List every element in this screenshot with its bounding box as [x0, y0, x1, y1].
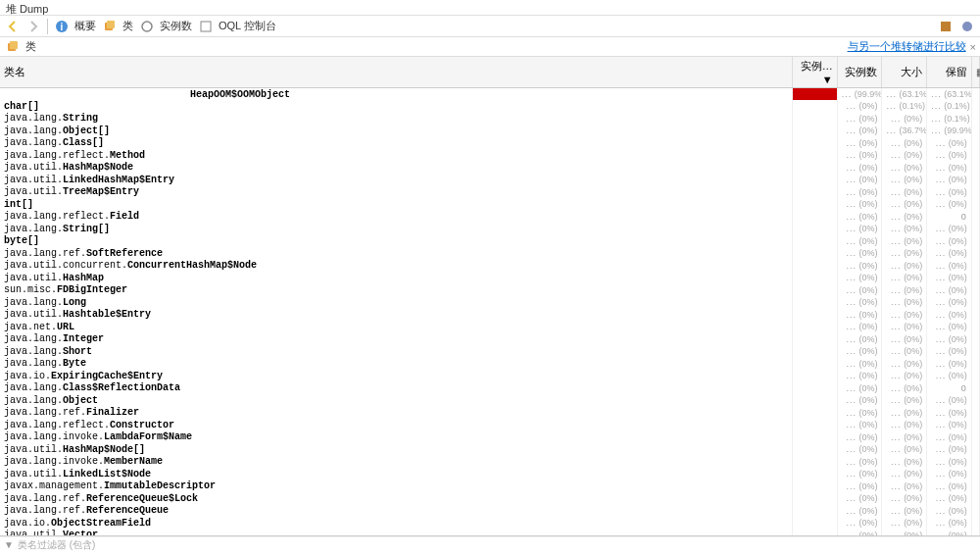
table-row[interactable]: java.io.ExpiringCache$Entry... (0%)... (…	[0, 370, 980, 382]
col-menu[interactable]: ▦	[971, 57, 979, 88]
retained-cell: ... (0%)	[927, 505, 972, 518]
table-row[interactable]: sun.misc.FDBigInteger... (0%)... (0%)...…	[0, 284, 980, 297]
table-row[interactable]: java.lang.Integer... (0%)... (0%)... (0%…	[0, 333, 980, 346]
table-row[interactable]: java.lang.Short... (0%)... (0%)... (0%)	[0, 345, 980, 358]
size-cell: ... (0%)	[882, 345, 927, 358]
instpct-cell	[793, 223, 838, 235]
table-row[interactable]: java.lang.ref.ReferenceQueue... (0%)... …	[0, 505, 980, 518]
table-row[interactable]: java.lang.Class$ReflectionData... (0%)..…	[0, 382, 980, 395]
instances-cell: ... (0%)	[837, 321, 882, 333]
class-name-cell: java.util.LinkedList$Node	[0, 468, 793, 480]
instpct-cell	[793, 468, 838, 480]
table-row[interactable]: java.lang.String[]... (0%)... (0%)... (0…	[0, 223, 980, 235]
retained-cell: ... (0%)	[927, 492, 972, 505]
instpct-cell	[793, 345, 838, 358]
table-row[interactable]: java.lang.reflect.Constructor... (0%)...…	[0, 419, 980, 431]
oql-icon	[197, 18, 215, 35]
retained-cell: ... (0%)	[927, 358, 972, 371]
svg-rect-3	[107, 21, 115, 28]
tool-btn-1[interactable]	[937, 18, 955, 35]
table-row[interactable]: java.lang.ref.SoftReference... (0%)... (…	[0, 247, 980, 260]
table-row[interactable]: java.util.Hashtable$Entry... (0%)... (0%…	[0, 309, 980, 322]
compare-link[interactable]: 与另一个堆转储进行比较	[848, 39, 966, 54]
table-row[interactable]: java.util.HashMap$Node... (0%)... (0%)..…	[0, 162, 980, 175]
main-toolbar: i概要 类 实例数 OQL 控制台	[0, 16, 980, 37]
retained-cell: ... (0%)	[927, 321, 972, 333]
back-button[interactable]	[4, 18, 22, 35]
forward-button[interactable]	[24, 18, 42, 35]
size-cell: ... (0%)	[882, 419, 927, 431]
oql-tab[interactable]: OQL 控制台	[197, 18, 278, 35]
class-name-cell: java.util.HashMap$Node	[0, 162, 793, 175]
table-row[interactable]: java.util.LinkedList$Node... (0%)... (0%…	[0, 468, 980, 480]
table-row[interactable]: int[]... (0%)... (0%)... (0%)	[0, 198, 980, 211]
size-cell: ... (0%)	[882, 272, 927, 284]
retained-cell: ... (0%)	[927, 198, 972, 211]
table-row[interactable]: byte[]... (0%)... (0%)... (0%)	[0, 235, 980, 248]
col-inst-pct[interactable]: 实例… ▼	[793, 57, 838, 88]
table-row[interactable]: java.lang.Object... (0%)... (0%)... (0%)	[0, 394, 980, 407]
size-cell: ... (63.1%)	[882, 88, 927, 101]
size-cell: ... (0%)	[882, 198, 927, 211]
size-cell: ... (0%)	[882, 186, 927, 199]
table-row[interactable]: java.io.ObjectStreamField... (0%)... (0%…	[0, 517, 980, 530]
instances-cell: ... (0%)	[837, 211, 882, 224]
classes-tab[interactable]: 类	[101, 18, 135, 35]
sub-toolbar: 类 与另一个堆转储进行比较 ×	[0, 37, 980, 57]
class-name-cell: java.lang.Byte	[0, 358, 793, 371]
retained-cell: ... (0%)	[927, 345, 972, 358]
table-row[interactable]: java.util.Vector... (0%)... (0%)... (0%)	[0, 530, 980, 537]
table-row[interactable]: java.lang.reflect.Method... (0%)... (0%)…	[0, 149, 980, 162]
table-row[interactable]: java.lang.Object[]... (0%)... (36.7%)...…	[0, 125, 980, 137]
table-row[interactable]: java.lang.invoke.LambdaForm$Name... (0%)…	[0, 431, 980, 444]
instpct-cell	[793, 382, 838, 395]
retained-cell: ... (0%)	[927, 370, 972, 382]
instpct-cell	[793, 272, 838, 284]
table-row[interactable]: java.lang.Long... (0%)... (0%)... (0%)	[0, 296, 980, 309]
table-row[interactable]: java.net.URL... (0%)... (0%)... (0%)	[0, 321, 980, 333]
filter-placeholder[interactable]: 类名过滤器 (包含)	[18, 538, 95, 552]
retained-cell: ... (0%)	[927, 296, 972, 309]
class-table-container[interactable]: 类名 实例… ▼ 实例数 大小 保留 ▦ HeapOOM$OOMObject..…	[0, 57, 980, 536]
col-classname[interactable]: 类名	[0, 57, 793, 88]
table-row[interactable]: java.lang.Byte... (0%)... (0%)... (0%)	[0, 358, 980, 371]
table-row[interactable]: java.util.HashMap$Node[]... (0%)... (0%)…	[0, 443, 980, 456]
separator	[47, 19, 48, 34]
class-name-cell: java.lang.reflect.Field	[0, 211, 793, 224]
size-cell: ... (0%)	[882, 517, 927, 530]
table-row[interactable]: java.util.concurrent.ConcurrentHashMap$N…	[0, 260, 980, 273]
col-size[interactable]: 大小	[882, 57, 927, 88]
instpct-cell	[793, 137, 838, 150]
table-row[interactable]: java.util.TreeMap$Entry... (0%)... (0%).…	[0, 186, 980, 199]
summary-tab[interactable]: i概要	[53, 18, 98, 35]
size-cell: ... (0%)	[882, 211, 927, 224]
table-row[interactable]: java.lang.ref.ReferenceQueue$Lock... (0%…	[0, 492, 980, 505]
svg-rect-6	[941, 22, 951, 31]
instances-tab[interactable]: 实例数	[138, 18, 194, 35]
table-header[interactable]: 类名 实例… ▼ 实例数 大小 保留 ▦	[0, 57, 980, 88]
table-row[interactable]: java.util.HashMap... (0%)... (0%)... (0%…	[0, 272, 980, 284]
retained-cell: ... (0%)	[927, 530, 972, 537]
instances-cell: ... (0%)	[837, 480, 882, 493]
size-cell: ... (0%)	[882, 456, 927, 469]
table-row[interactable]: java.lang.ref.Finalizer... (0%)... (0%).…	[0, 407, 980, 420]
class-name-cell: java.lang.Class[]	[0, 137, 793, 150]
retained-cell: ... (0%)	[927, 468, 972, 480]
table-row[interactable]: java.lang.reflect.Field... (0%)... (0%)0	[0, 211, 980, 224]
close-icon[interactable]: ×	[970, 41, 976, 53]
table-row[interactable]: java.util.LinkedHashMap$Entry... (0%)...…	[0, 174, 980, 186]
size-cell: ... (0%)	[882, 260, 927, 273]
table-row[interactable]: HeapOOM$OOMObject... (99.9%)... (63.1%).…	[0, 88, 980, 101]
svg-rect-5	[201, 22, 211, 31]
class-name-cell: java.lang.ref.SoftReference	[0, 247, 793, 260]
retained-cell: ... (0%)	[927, 284, 972, 297]
col-retained[interactable]: 保留	[927, 57, 972, 88]
col-instances[interactable]: 实例数	[837, 57, 882, 88]
table-row[interactable]: java.lang.invoke.MemberName... (0%)... (…	[0, 456, 980, 469]
table-row[interactable]: java.lang.Class[]... (0%)... (0%)... (0%…	[0, 137, 980, 150]
table-row[interactable]: char[]... (0%)... (0.1%)... (0.1%)	[0, 100, 980, 113]
table-row[interactable]: java.lang.String... (0%)... (0%)... (0.1…	[0, 113, 980, 126]
tool-btn-2[interactable]	[958, 18, 976, 35]
table-row[interactable]: javax.management.ImmutableDescriptor... …	[0, 480, 980, 493]
class-name-cell: java.lang.ref.ReferenceQueue$Lock	[0, 492, 793, 505]
